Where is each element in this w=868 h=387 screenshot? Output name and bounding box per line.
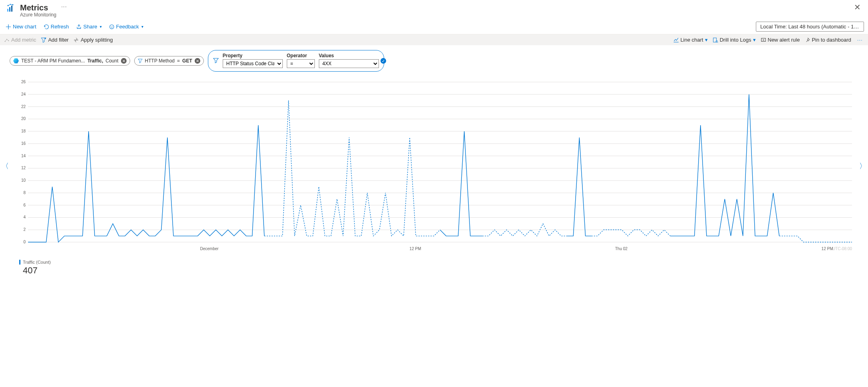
more-options-button[interactable]: ···	[856, 37, 864, 43]
add-metric-button[interactable]: Add metric	[4, 37, 36, 43]
svg-text:24: 24	[21, 92, 26, 96]
resource-hexagon-icon	[13, 58, 19, 64]
svg-text:December: December	[200, 247, 219, 251]
svg-text:12: 12	[21, 166, 26, 170]
filter-icon	[213, 58, 219, 63]
refresh-icon	[44, 24, 49, 30]
add-filter-button[interactable]: Add filter	[41, 37, 68, 43]
chevron-down-icon: ▾	[100, 24, 102, 29]
metric-pill-metric: Traffic,	[87, 58, 103, 64]
apply-splitting-button[interactable]: Apply splitting	[73, 37, 113, 43]
add-metric-icon	[4, 37, 10, 43]
refresh-button[interactable]: Refresh	[42, 22, 71, 31]
metric-pill[interactable]: TEST - ARM PM Fundamen... Traffic, Count…	[10, 56, 130, 66]
values-header: Values	[319, 53, 379, 58]
svg-text:8: 8	[23, 190, 26, 195]
svg-text:2: 2	[23, 227, 26, 232]
share-icon	[76, 24, 82, 30]
smiley-icon	[109, 24, 115, 30]
values-select[interactable]: 4XX	[319, 59, 379, 68]
pin-dashboard-label: Pin to dashboard	[812, 37, 851, 43]
svg-text:14: 14	[21, 154, 26, 158]
legend-series-value: 407	[19, 265, 868, 276]
metric-filter-row: TEST - ARM PM Fundamen... Traffic, Count…	[0, 45, 868, 74]
filter-icon	[138, 58, 143, 63]
svg-text:22: 22	[21, 104, 26, 109]
new-chart-label: New chart	[13, 24, 36, 30]
pin-dashboard-button[interactable]: Pin to dashboard	[805, 37, 851, 43]
chart-legend: Traffic (Count) 407	[0, 258, 868, 288]
svg-point-8	[112, 26, 113, 26]
refresh-label: Refresh	[51, 24, 69, 30]
chart-type-dropdown[interactable]: Line chart ▾	[673, 37, 708, 43]
svg-text:0: 0	[23, 240, 26, 244]
feedback-button[interactable]: Feedback ▾	[107, 22, 145, 31]
chevron-down-icon: ▾	[705, 37, 708, 43]
line-chart-icon	[673, 37, 679, 43]
share-label: Share	[83, 24, 97, 30]
svg-point-7	[111, 26, 111, 26]
alert-icon	[761, 37, 766, 43]
metric-pill-resource: TEST - ARM PM Fundamen...	[21, 58, 85, 64]
operator-select[interactable]: =	[287, 59, 315, 68]
svg-text:12 PM: 12 PM	[409, 247, 421, 251]
share-button[interactable]: Share ▾	[75, 22, 103, 31]
svg-text:10: 10	[21, 178, 26, 182]
next-chart-button[interactable]: 〉	[857, 159, 868, 173]
property-header: Property	[223, 53, 283, 58]
command-bar: New chart Refresh Share ▾ Feedback ▾ Loc…	[0, 19, 868, 34]
feedback-label: Feedback	[116, 24, 139, 30]
svg-point-13	[716, 40, 717, 42]
svg-text:26: 26	[21, 80, 26, 84]
svg-text:20: 20	[21, 116, 26, 121]
splitting-icon	[73, 37, 79, 43]
svg-rect-0	[7, 9, 8, 12]
filter-pill-operator: =	[177, 58, 180, 64]
svg-point-6	[110, 24, 114, 29]
chart-toolbar: Add metric Add filter Apply splitting Li…	[0, 34, 868, 45]
plus-icon	[6, 24, 11, 30]
svg-text:4: 4	[23, 215, 26, 219]
new-alert-button[interactable]: New alert rule	[761, 37, 800, 43]
svg-text:UTC-08:00: UTC-08:00	[832, 247, 852, 251]
metrics-icon	[6, 3, 16, 14]
header-more-button[interactable]: ···	[61, 3, 67, 10]
time-range-picker[interactable]: Local Time: Last 48 hours (Automatic - 1…	[756, 22, 864, 32]
svg-text:18: 18	[21, 129, 26, 133]
filter-builder: Property HTTP Status Code Class Operator…	[208, 50, 384, 72]
svg-text:12 PM: 12 PM	[822, 247, 833, 251]
prev-chart-button[interactable]: 〈	[0, 159, 11, 173]
pin-icon	[805, 37, 810, 43]
svg-rect-1	[9, 7, 10, 12]
property-select[interactable]: HTTP Status Code Class	[223, 59, 283, 68]
filter-pill[interactable]: HTTP Method = GET ✕	[134, 56, 204, 66]
new-alert-label: New alert rule	[768, 37, 800, 43]
chart-type-label: Line chart	[681, 37, 703, 43]
remove-filter-button[interactable]: ✕	[195, 58, 200, 64]
svg-text:Thu 02: Thu 02	[615, 247, 628, 251]
drill-logs-button[interactable]: Drill into Logs ▾	[713, 37, 756, 43]
apply-splitting-label: Apply splitting	[81, 37, 113, 43]
add-metric-label: Add metric	[11, 37, 36, 43]
filter-icon	[41, 37, 46, 43]
filter-pill-dimension: HTTP Method	[145, 58, 175, 64]
filter-pill-value: GET	[182, 58, 192, 64]
svg-text:6: 6	[23, 203, 26, 207]
chart-area: 〈 〉 02468101214161820222426December12 PM…	[0, 74, 868, 258]
logs-icon	[713, 37, 718, 43]
chevron-down-icon: ▾	[753, 37, 756, 43]
page-subtitle: Azure Monitoring	[20, 12, 56, 18]
add-filter-label: Add filter	[48, 37, 68, 43]
svg-text:16: 16	[21, 141, 26, 146]
metric-pill-aggregation: Count	[106, 58, 119, 64]
chevron-down-icon: ▾	[141, 24, 143, 29]
line-chart[interactable]: 02468101214161820222426December12 PMThu …	[12, 78, 856, 254]
remove-metric-button[interactable]: ✕	[121, 58, 127, 64]
legend-series-title: Traffic (Count)	[19, 260, 868, 265]
new-chart-button[interactable]: New chart	[4, 22, 38, 31]
operator-header: Operator	[287, 53, 315, 58]
svg-rect-2	[11, 6, 12, 12]
apply-filter-check-icon[interactable]: ✓	[381, 58, 386, 64]
drill-logs-label: Drill into Logs	[720, 37, 751, 43]
close-button[interactable]: ✕	[854, 3, 861, 11]
